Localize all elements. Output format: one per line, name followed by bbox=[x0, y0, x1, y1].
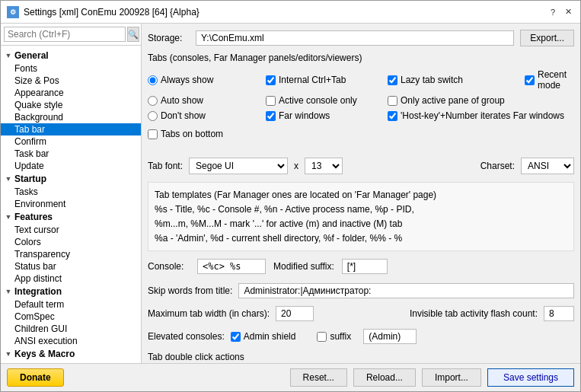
check-active-console: Active console only bbox=[266, 94, 388, 107]
sidebar-item-children-gui[interactable]: Children GUI bbox=[1, 323, 141, 335]
check-active-console-label: Active console only bbox=[279, 95, 357, 106]
sidebar-item-colors[interactable]: Colors bbox=[1, 236, 141, 248]
section-features-label: Features bbox=[13, 212, 53, 222]
check-internal-input[interactable] bbox=[266, 75, 276, 85]
sidebar-item-background[interactable]: Background bbox=[1, 111, 141, 123]
check-only-active-pane-input[interactable] bbox=[388, 96, 397, 106]
size-select[interactable]: 13 bbox=[305, 158, 343, 174]
section-features[interactable]: ▼ Features bbox=[1, 210, 141, 224]
template-section: Tab templates (Far Manager ones are loca… bbox=[148, 182, 574, 251]
radio-dont-show: Don't show bbox=[148, 110, 266, 122]
sidebar-item-transparency[interactable]: Transparency bbox=[1, 248, 141, 260]
reload-button[interactable]: Reload... bbox=[353, 368, 416, 387]
reset-button[interactable]: Reset... bbox=[290, 368, 347, 387]
admin-shield-check: Admin shield bbox=[231, 331, 296, 342]
flash-input[interactable] bbox=[544, 306, 574, 321]
section-startup[interactable]: ▼ Startup bbox=[1, 172, 141, 186]
font-label: Tab font: bbox=[148, 161, 183, 171]
suffix-checkbox[interactable] bbox=[317, 332, 327, 342]
radio-always-show-input[interactable] bbox=[148, 75, 158, 85]
sidebar-item-default-term[interactable]: Default term bbox=[1, 298, 141, 311]
expand-features-icon: ▼ bbox=[4, 213, 13, 221]
expand-general-icon: ▼ bbox=[4, 52, 13, 59]
admin-shield-label: Admin shield bbox=[244, 331, 296, 342]
check-recent-input[interactable] bbox=[525, 75, 535, 85]
section-keys-macro[interactable]: ▼ Keys & Macro bbox=[1, 347, 141, 361]
suffix-label: suffix bbox=[330, 331, 351, 342]
expand-startup-icon: ▼ bbox=[4, 175, 13, 183]
export-button[interactable]: Export... bbox=[520, 30, 574, 46]
check-active-console-input[interactable] bbox=[266, 96, 276, 106]
search-button[interactable]: 🔍 bbox=[127, 27, 139, 42]
suffix-input[interactable] bbox=[363, 329, 417, 344]
template-header: Tab templates (Far Manager ones are loca… bbox=[155, 188, 567, 202]
sidebar-item-text-cursor[interactable]: Text cursor bbox=[1, 224, 141, 236]
radio-always-show: Always show bbox=[148, 74, 266, 86]
check-hostkey-option: 'Host-key'+Number iterates Far windows bbox=[388, 110, 574, 121]
sidebar-item-size-pos[interactable]: Size & Pos bbox=[1, 75, 141, 87]
console-label: Console: bbox=[148, 261, 190, 272]
check-lazy-label: Lazy tab switch bbox=[401, 75, 463, 85]
font-select[interactable]: Segoe UI bbox=[189, 158, 288, 174]
sidebar-item-quake-style[interactable]: Quake style bbox=[1, 99, 141, 111]
charset-select[interactable]: ANSI bbox=[521, 158, 574, 174]
section-integration[interactable]: ▼ Integration bbox=[1, 285, 141, 298]
check-lazy: Lazy tab switch bbox=[388, 74, 525, 86]
sidebar-item-app-distinct[interactable]: App distinct bbox=[1, 272, 141, 285]
maxwidth-row: Maximum tab width (in chars): Invisible … bbox=[148, 306, 574, 321]
elevated-row: Elevated consoles: Admin shield suffix bbox=[148, 329, 574, 344]
section-general-label: General bbox=[13, 50, 49, 61]
storage-label: Storage: bbox=[148, 33, 190, 43]
sidebar-item-ansi-execution[interactable]: ANSI execution bbox=[1, 335, 141, 347]
sidebar-item-appearance[interactable]: Appearance bbox=[1, 87, 141, 99]
check-hostkey-input[interactable] bbox=[388, 111, 397, 121]
sidebar: 🔍 ▼ General Fonts Size & Pos Appearance … bbox=[1, 24, 142, 363]
radio-dont-show-label: Don't show bbox=[161, 110, 206, 121]
check-lazy-input[interactable] bbox=[388, 75, 397, 85]
settings-window: ⚙ Settings [xml] ConEmu 200928 [64] {Alp… bbox=[0, 0, 581, 392]
tabs-on-bottom-row: Tabs on bottom bbox=[148, 129, 574, 139]
sidebar-item-task-bar[interactable]: Task bar bbox=[1, 148, 141, 160]
skip-input[interactable] bbox=[238, 283, 574, 298]
sidebar-item-environment[interactable]: Environment bbox=[1, 198, 141, 210]
save-button[interactable]: Save settings bbox=[487, 368, 574, 387]
help-button[interactable]: ? bbox=[547, 6, 559, 18]
tree: ▼ General Fonts Size & Pos Appearance Qu… bbox=[1, 46, 141, 363]
expand-keys-icon: ▼ bbox=[4, 350, 13, 358]
radio-auto-show: Auto show bbox=[148, 94, 266, 107]
storage-row: Storage: Export... bbox=[148, 30, 574, 46]
check-tabs-bottom-input[interactable] bbox=[148, 129, 158, 139]
search-input[interactable] bbox=[4, 27, 126, 42]
storage-input[interactable] bbox=[196, 30, 514, 46]
radio-auto-show-label: Auto show bbox=[161, 95, 203, 106]
donate-button[interactable]: Donate bbox=[7, 368, 64, 387]
expand-integration-icon: ▼ bbox=[4, 288, 13, 295]
flash-label: Invisible tab activity flash count: bbox=[410, 308, 538, 319]
console-row: Console: Modified suffix: bbox=[148, 259, 574, 274]
titlebar: ⚙ Settings [xml] ConEmu 200928 [64] {Alp… bbox=[1, 1, 580, 24]
radio-auto-show-input[interactable] bbox=[148, 96, 158, 106]
sidebar-item-update[interactable]: Update bbox=[1, 160, 141, 172]
admin-shield-checkbox[interactable] bbox=[231, 332, 241, 342]
modified-input[interactable] bbox=[342, 259, 388, 274]
maxwidth-label: Maximum tab width (in chars): bbox=[148, 308, 270, 319]
modified-label: Modified suffix: bbox=[273, 261, 334, 272]
radio-dont-show-input[interactable] bbox=[148, 111, 158, 121]
maxwidth-input[interactable] bbox=[276, 306, 314, 321]
sidebar-item-comspec[interactable]: ComSpec bbox=[1, 311, 141, 323]
import-button[interactable]: Import... bbox=[422, 368, 481, 387]
section-keys-label: Keys & Macro bbox=[13, 349, 75, 359]
elevated-label: Elevated consoles: bbox=[148, 331, 225, 342]
sidebar-item-tasks[interactable]: Tasks bbox=[1, 186, 141, 198]
section-general[interactable]: ▼ General bbox=[1, 49, 141, 62]
radio-always-show-label: Always show bbox=[161, 75, 213, 85]
close-button[interactable]: ✕ bbox=[562, 6, 574, 18]
console-input[interactable] bbox=[197, 259, 266, 274]
check-far-windows-input[interactable] bbox=[266, 111, 276, 121]
font-row: Tab font: Segoe UI x 13 Charset: ANSI bbox=[148, 158, 574, 174]
sidebar-item-fonts[interactable]: Fonts bbox=[1, 62, 141, 75]
sidebar-item-status-bar[interactable]: Status bar bbox=[1, 260, 141, 272]
sidebar-item-tab-bar[interactable]: Tab bar bbox=[1, 123, 141, 135]
template-line1: %s - Title, %c - Console #, %n - Active … bbox=[155, 202, 567, 216]
sidebar-item-confirm[interactable]: Confirm bbox=[1, 135, 141, 148]
